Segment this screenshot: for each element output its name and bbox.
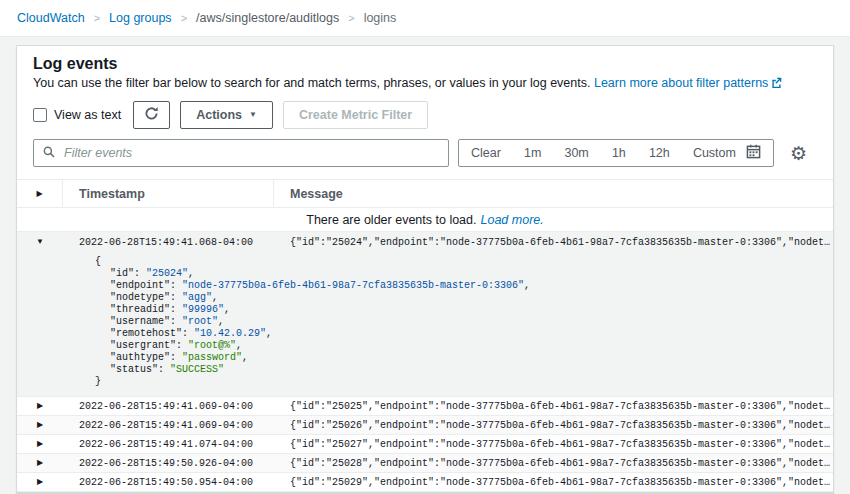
external-link-icon <box>768 76 782 90</box>
chevron-down-icon: ▼ <box>249 111 257 119</box>
gear-icon[interactable]: ⚙ <box>790 144 807 163</box>
json-field-remotehost: "remotehost": "10.42.0.29", <box>17 328 817 340</box>
log-rows: ▶2022-06-28T15:49:41.069-04:00{"id":"250… <box>17 397 833 492</box>
expand-all-icon[interactable]: ▶ <box>36 190 42 198</box>
calendar-icon[interactable] <box>746 144 761 163</box>
row-message: {"id":"25029","endpoint":"node-37775b0a-… <box>274 477 833 488</box>
older-events-row: There are older events to load. Load mor… <box>17 208 833 232</box>
page-title: Log events <box>33 54 817 73</box>
description-text: You can use the filter bar below to sear… <box>33 76 590 90</box>
time-range-30m[interactable]: 30m <box>564 146 588 160</box>
breadcrumb-item-3: /aws/singlestore/auditlogs <box>196 11 339 25</box>
json-field-threadid: "threadid": "99996", <box>17 304 817 316</box>
expanded-json: {"id": "25024","endpoint": "node-37775b0… <box>17 252 833 396</box>
time-range-clear[interactable]: Clear <box>471 146 501 160</box>
breadcrumb-separator: > <box>181 12 187 24</box>
time-range-group: Clear1m30m1h12hCustom <box>471 146 736 160</box>
time-range-1m[interactable]: 1m <box>524 146 541 160</box>
load-more-link[interactable]: Load more. <box>481 213 544 227</box>
expand-icon[interactable]: ▶ <box>37 421 43 429</box>
expanded-row-summary[interactable]: ▼ 2022-06-28T15:49:41.068-04:00 {"id":"2… <box>17 232 833 252</box>
json-field-nodetype: "nodetype": "agg", <box>17 292 817 304</box>
expand-all-control[interactable]: ▶ <box>17 180 63 207</box>
collapse-icon[interactable]: ▼ <box>36 238 44 246</box>
log-events-table: ▶ Timestamp Message There are older even… <box>17 179 833 492</box>
time-range-custom[interactable]: Custom <box>693 146 736 160</box>
json-field-id: "id": "25024", <box>17 268 817 280</box>
actions-button[interactable]: Actions▼ <box>180 101 273 129</box>
table-header: ▶ Timestamp Message <box>17 180 833 208</box>
row-timestamp: 2022-06-28T15:49:41.069-04:00 <box>63 401 274 412</box>
expand-icon[interactable]: ▶ <box>37 440 43 448</box>
row-timestamp: 2022-06-28T15:49:50.954-04:00 <box>63 477 274 488</box>
log-events-panel: Log events You can use the filter bar be… <box>16 45 834 493</box>
log-row-3[interactable]: ▶2022-06-28T15:49:41.074-04:00{"id":"250… <box>17 435 833 454</box>
json-open-brace: { <box>17 256 817 268</box>
learn-more-label: Learn more about filter patterns <box>594 76 768 90</box>
log-row-1[interactable]: ▶2022-06-28T15:49:41.069-04:00{"id":"250… <box>17 397 833 416</box>
page-description: You can use the filter bar below to sear… <box>33 75 817 91</box>
breadcrumb-separator: > <box>348 12 354 24</box>
json-field-authtype: "authtype": "password", <box>17 352 817 364</box>
row-message: {"id":"25027","endpoint":"node-37775b0a-… <box>274 439 833 450</box>
learn-more-link[interactable]: Learn more about filter patterns <box>594 76 782 90</box>
expanded-log-row: ▼ 2022-06-28T15:49:41.068-04:00 {"id":"2… <box>17 232 833 397</box>
breadcrumb: CloudWatch>Log groups>/aws/singlestore/a… <box>0 0 850 37</box>
column-header-timestamp[interactable]: Timestamp <box>63 180 274 207</box>
search-icon <box>43 144 55 162</box>
json-field-usergrant: "usergrant": "root@%", <box>17 340 817 352</box>
json-field-endpoint: "endpoint": "node-37775b0a-6feb-4b61-98a… <box>17 280 817 292</box>
json-field-username: "username": "root", <box>17 316 817 328</box>
time-range-1h[interactable]: 1h <box>612 146 626 160</box>
filter-row: Clear1m30m1h12hCustom ⚙ <box>33 139 817 167</box>
breadcrumb-item-4: logins <box>364 11 397 25</box>
refresh-button[interactable] <box>133 101 170 129</box>
refresh-icon <box>144 106 159 124</box>
view-as-text-checkbox[interactable] <box>33 108 47 122</box>
breadcrumb-item-2[interactable]: Log groups <box>109 11 172 25</box>
time-range-selector: Clear1m30m1h12hCustom <box>458 139 774 167</box>
row-timestamp: 2022-06-28T15:49:50.926-04:00 <box>63 458 274 469</box>
filter-events-box <box>33 139 449 167</box>
row-message: {"id":"25025","endpoint":"node-37775b0a-… <box>274 401 833 412</box>
log-row-2[interactable]: ▶2022-06-28T15:49:41.069-04:00{"id":"250… <box>17 416 833 435</box>
older-events-text: There are older events to load. <box>306 213 476 227</box>
filter-events-input[interactable] <box>62 145 439 161</box>
expand-icon[interactable]: ▶ <box>37 459 43 467</box>
log-row-5[interactable]: ▶2022-06-28T15:49:50.954-04:00{"id":"250… <box>17 473 833 492</box>
expand-icon[interactable]: ▶ <box>37 402 43 410</box>
row-timestamp: 2022-06-28T15:49:41.074-04:00 <box>63 439 274 450</box>
row-message: {"id":"25026","endpoint":"node-37775b0a-… <box>274 420 833 431</box>
log-row-4[interactable]: ▶2022-06-28T15:49:50.926-04:00{"id":"250… <box>17 454 833 473</box>
breadcrumb-separator: > <box>94 12 100 24</box>
row-timestamp: 2022-06-28T15:49:41.068-04:00 <box>63 237 274 248</box>
expand-icon[interactable]: ▶ <box>37 478 43 486</box>
actions-label: Actions <box>196 108 242 122</box>
toolbar: View as text Actions▼ Create Metric Filt… <box>33 101 817 129</box>
view-as-text-label: View as text <box>54 108 121 122</box>
json-field-status: "status": "SUCCESS" <box>17 364 817 376</box>
row-message: {"id":"25024","endpoint":"node-37775b0a-… <box>274 237 833 248</box>
create-metric-filter-button[interactable]: Create Metric Filter <box>283 101 428 129</box>
row-message: {"id":"25028","endpoint":"node-37775b0a-… <box>274 458 833 469</box>
breadcrumb-item-1[interactable]: CloudWatch <box>17 11 85 25</box>
row-timestamp: 2022-06-28T15:49:41.069-04:00 <box>63 420 274 431</box>
panel-header: Log events You can use the filter bar be… <box>17 46 833 167</box>
json-close-brace: } <box>17 376 817 388</box>
column-header-message[interactable]: Message <box>274 180 833 207</box>
time-range-12h[interactable]: 12h <box>649 146 670 160</box>
